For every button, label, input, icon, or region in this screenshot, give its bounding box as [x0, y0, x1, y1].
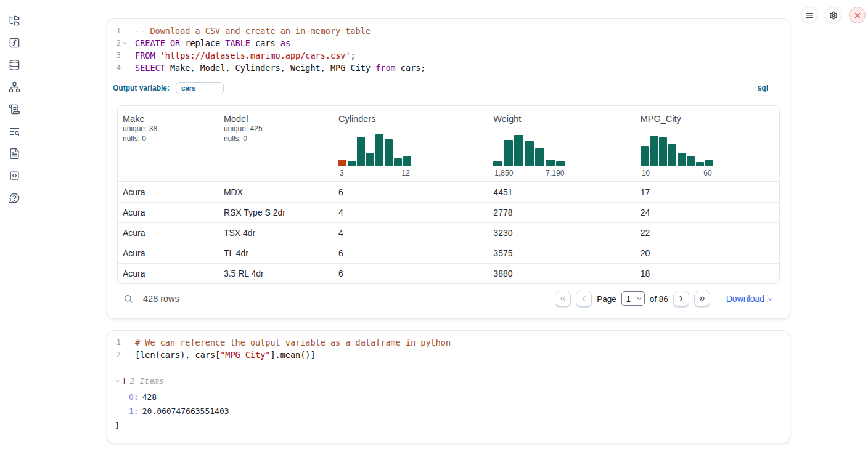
python-cell-output: [ 2 Items 0:428 1:20.060747663551403 ]	[107, 366, 790, 443]
table-cell: TSX 4dr	[219, 228, 334, 238]
code-line[interactable]: 1-- Download a CSV and create an in-memo…	[107, 25, 790, 37]
code-line[interactable]: 2CREATE OR replace TABLE cars as	[107, 37, 790, 49]
snippets-document-icon[interactable]	[8, 147, 20, 160]
column-header: Cylinders312	[334, 106, 488, 181]
column-title: MPG_City	[641, 114, 774, 124]
hist-bar	[357, 137, 365, 166]
page-label: Page	[597, 294, 616, 304]
table-row[interactable]: Acura3.5 RL 4dr6388018	[118, 263, 779, 283]
function-square-icon[interactable]	[8, 36, 20, 49]
sql-code-editor[interactable]: 1-- Download a CSV and create an in-memo…	[107, 19, 790, 79]
table-cell: Acura	[118, 187, 219, 197]
logs-scroll-icon[interactable]	[8, 103, 20, 115]
code-text: CREATE OR replace TABLE cars as	[129, 37, 290, 49]
table-cell: 18	[636, 269, 779, 278]
histogram-axis: 1,8507,190	[493, 169, 565, 177]
left-sidebar	[0, 0, 28, 449]
prev-page-button[interactable]	[576, 291, 592, 307]
file-tree-icon[interactable]	[8, 14, 20, 26]
python-code-editor[interactable]: 1# We can reference the output variable …	[107, 331, 790, 366]
menu-button[interactable]	[801, 7, 817, 23]
fold-chevron-icon[interactable]	[121, 37, 129, 49]
table-cell: 2778	[488, 208, 635, 217]
tree-items-count: 2 Items	[130, 375, 164, 387]
fold-spacer	[121, 336, 129, 349]
hist-bar	[375, 134, 383, 166]
tree-collapse-icon[interactable]	[115, 378, 121, 384]
fold-spacer	[121, 49, 129, 62]
data-table: Makeunique: 38nulls: 0Modelunique: 425nu…	[117, 105, 780, 284]
text-search-icon[interactable]	[8, 125, 20, 137]
table-cell: 20	[636, 248, 779, 258]
table-header: Makeunique: 38nulls: 0Modelunique: 425nu…	[118, 106, 779, 182]
hist-bar	[525, 141, 534, 166]
column-stat: unique: 38	[123, 124, 214, 134]
table-row[interactable]: AcuraMDX6445117	[118, 182, 779, 202]
hist-bar	[514, 135, 523, 166]
code-text: FROM 'https://datasets.marimo.app/cars.c…	[129, 49, 356, 62]
tree-item: 1:20.060747663551403	[129, 405, 780, 419]
histogram-bars	[641, 134, 713, 166]
help-chat-icon[interactable]	[8, 192, 20, 204]
next-page-button[interactable]	[673, 291, 689, 307]
shutdown-button[interactable]	[849, 7, 866, 23]
hist-bar	[348, 161, 356, 166]
tree-close-bracket: ]	[115, 419, 780, 432]
table-cell: 6	[334, 248, 488, 258]
hist-max-label: 7,190	[546, 169, 564, 177]
table-cell: Acura	[118, 208, 219, 217]
settings-button[interactable]	[825, 7, 841, 23]
search-icon[interactable]	[123, 294, 133, 304]
line-number: 2	[107, 37, 121, 49]
fold-spacer	[121, 349, 129, 361]
table-body: AcuraMDX6445117AcuraRSX Type S 2dr427782…	[118, 182, 779, 283]
table-cell: 6	[334, 269, 488, 278]
code-line[interactable]: 4SELECT Make, Model, Cylinders, Weight, …	[107, 62, 790, 74]
histogram-bars	[338, 134, 411, 166]
chevron-left-icon	[579, 294, 588, 303]
column-title: Cylinders	[338, 114, 483, 124]
table-cell: 3.5 RL 4dr	[219, 269, 334, 278]
table-cell: Acura	[118, 269, 219, 278]
hist-bar	[535, 148, 544, 166]
hist-bar	[556, 161, 565, 166]
hist-min-label: 1,850	[494, 169, 513, 177]
close-icon	[853, 11, 862, 20]
fold-spacer	[121, 25, 129, 37]
table-footer: 428 rows Page 1 of 86	[117, 285, 780, 312]
hist-bar	[394, 158, 402, 166]
python-cell: 1# We can reference the output variable …	[107, 330, 790, 443]
output-variable-input[interactable]	[176, 82, 224, 94]
histogram-axis: 312	[338, 169, 411, 177]
notebook-main: 1-- Download a CSV and create an in-memo…	[107, 0, 790, 443]
download-button[interactable]: Download	[726, 294, 774, 304]
dependency-graph-icon[interactable]	[8, 81, 20, 93]
code-line[interactable]: 3FROM 'https://datasets.marimo.app/cars.…	[107, 49, 790, 62]
scratchpad-code-icon[interactable]	[8, 169, 20, 182]
tree-item: 0:428	[129, 390, 780, 405]
database-icon[interactable]	[8, 59, 20, 71]
table-row[interactable]: AcuraTL 4dr6357520	[118, 243, 779, 263]
page-select[interactable]: 1	[621, 291, 645, 306]
output-variable-row: Output variable: sql	[107, 79, 790, 97]
column-histogram: 1060	[641, 134, 774, 177]
table-cell: 3880	[488, 269, 635, 278]
table-cell: TL 4dr	[219, 248, 334, 258]
hist-bar	[687, 156, 695, 166]
table-cell: MDX	[219, 187, 334, 197]
hist-max-label: 12	[402, 169, 410, 177]
table-row[interactable]: AcuraRSX Type S 2dr4277824	[118, 202, 779, 222]
first-page-button[interactable]	[555, 291, 571, 307]
column-header: Modelunique: 425nulls: 0	[219, 106, 334, 181]
output-variable-label: Output variable:	[113, 84, 170, 92]
line-number: 3	[107, 49, 121, 62]
pagination: Page 1 of 86 Download	[555, 291, 774, 307]
hist-bar	[366, 153, 374, 166]
table-row[interactable]: AcuraTSX 4dr4323022	[118, 222, 779, 243]
last-page-button[interactable]	[694, 291, 710, 307]
code-line[interactable]: 2[len(cars), cars["MPG_City"].mean()]	[107, 349, 790, 361]
code-text: # We can reference the output variable a…	[129, 336, 451, 349]
column-histogram: 312	[338, 134, 483, 177]
hist-bar	[696, 162, 704, 166]
code-line[interactable]: 1# We can reference the output variable …	[107, 336, 790, 349]
